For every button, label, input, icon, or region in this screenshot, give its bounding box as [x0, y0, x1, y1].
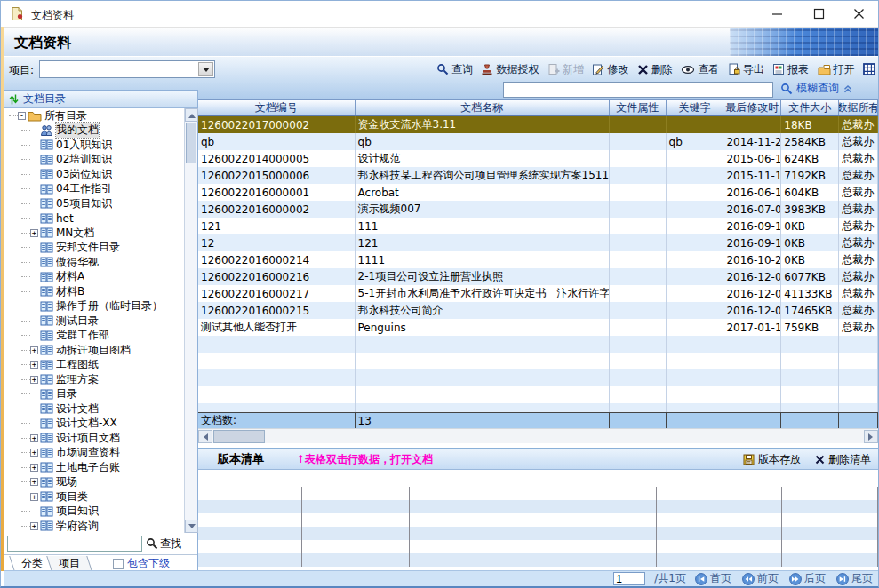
tree-expander[interactable]: +: [30, 449, 38, 457]
tree-item[interactable]: 04工作指引: [4, 182, 184, 197]
tab-project[interactable]: 项目: [46, 556, 92, 571]
doc-table-header-cell[interactable]: 文件大小: [781, 100, 839, 115]
tree-expander[interactable]: +: [30, 493, 38, 501]
tree-item[interactable]: 我的文档: [4, 123, 184, 139]
tree-item[interactable]: 设计文档: [4, 401, 184, 417]
tree-item[interactable]: +土地电子台账: [4, 460, 184, 475]
tree-item[interactable]: +监理方案: [4, 372, 184, 387]
tree-item[interactable]: -所有目录: [4, 108, 184, 123]
tree-item[interactable]: 党群工作部: [4, 329, 184, 344]
version-clear-button[interactable]: 删除清单: [815, 452, 871, 467]
toolbar-button-open[interactable]: 打开: [818, 62, 855, 77]
tree-item[interactable]: 项目知识: [4, 505, 184, 520]
doc-table-header-cell[interactable]: 关键字: [667, 100, 724, 115]
tree-find-button[interactable]: 查找: [146, 536, 181, 552]
checkbox-icon[interactable]: [113, 559, 124, 569]
tree-expander[interactable]: -: [18, 112, 26, 120]
tree-item[interactable]: +MN文档: [4, 226, 184, 241]
doc-table-header-cell[interactable]: 数据所有: [839, 100, 878, 115]
tree-item[interactable]: 测试目录: [4, 314, 184, 329]
doc-table-row[interactable]: 121212016-09-190KB总裁办: [198, 234, 878, 251]
tree-item[interactable]: 01入职知识: [4, 138, 184, 153]
tree-item[interactable]: +工程图纸: [4, 358, 184, 373]
tree-expander[interactable]: +: [30, 361, 38, 369]
doc-table-row[interactable]: 1260022015000006邦永科技某工程咨询公司项目管理系统实现方案151…: [198, 167, 878, 184]
tree-item[interactable]: +动拆迁项目图档: [4, 343, 184, 358]
doc-table-row[interactable]: qbqbqb2014-11-262584KB总裁办: [198, 133, 878, 150]
maximize-button[interactable]: [803, 1, 834, 27]
tree-scrollbar[interactable]: [184, 108, 197, 533]
tree-item[interactable]: het: [4, 211, 184, 226]
toolbar-button-view[interactable]: 查看: [681, 62, 719, 77]
tree-item[interactable]: +设计项目文档: [4, 431, 184, 446]
tree-item[interactable]: 02培训知识: [4, 153, 184, 168]
nav-last-button[interactable]: 尾页: [836, 571, 873, 586]
tree-expander[interactable]: +: [30, 464, 38, 472]
tree-expander[interactable]: +: [30, 434, 38, 442]
scroll-thumb[interactable]: [186, 123, 196, 163]
h-scrollbar[interactable]: [198, 428, 878, 443]
doc-table-header-cell[interactable]: 最后修改时: [723, 100, 781, 115]
tree-item[interactable]: 设计文档-XX: [4, 417, 184, 432]
tree-expander[interactable]: +: [30, 229, 38, 237]
doc-table-row[interactable]: 12600220160002162-1项目公司设立注册营业执照2016-12-0…: [198, 268, 878, 285]
tree-item[interactable]: +现场: [4, 475, 184, 490]
toolbar-button-delete[interactable]: 删除: [637, 62, 673, 77]
tree-item[interactable]: 03岗位知识: [4, 167, 184, 182]
project-select[interactable]: [39, 60, 215, 78]
tree-item[interactable]: 材料B: [4, 284, 184, 299]
nav-prev-button[interactable]: 前页: [742, 571, 779, 586]
doc-table-row[interactable]: 测试其他人能否打开Penguins2017-01-10759KB总裁办: [198, 319, 878, 336]
tree-item[interactable]: 安邦文件目录: [4, 241, 184, 256]
h-scroll-thumb[interactable]: [213, 430, 265, 443]
tree-item[interactable]: 材料A: [4, 270, 184, 285]
doc-table-row[interactable]: 126002201600021411112016-10-280KB总裁办: [198, 251, 878, 268]
doc-table-row[interactable]: 1260022014000005设计规范2015-06-15624KB总裁办: [198, 150, 878, 167]
tree-item[interactable]: +市场调查资料: [4, 446, 184, 461]
toolbar-button-edit[interactable]: 修改: [592, 62, 628, 77]
tree-expander[interactable]: +: [30, 346, 38, 354]
tree-expander[interactable]: +: [30, 522, 38, 530]
toolbar-button-grid[interactable]: [863, 63, 875, 75]
doc-table-row[interactable]: 1260022016000001Acrobat2016-06-13604KB总裁…: [198, 184, 878, 201]
chevron-down-icon[interactable]: [198, 62, 213, 76]
close-button[interactable]: [843, 1, 874, 27]
doc-table-row[interactable]: 1211112016-09-190KB总裁办: [198, 218, 878, 234]
doc-table-row[interactable]: 1260022016000002演示视频0072016-07-073983KB总…: [198, 201, 878, 218]
tree-item[interactable]: 傲得华视: [4, 255, 184, 270]
tree-item[interactable]: +项目类: [4, 489, 184, 505]
doc-table-row[interactable]: 12600220160002175-1开封市水利局准予水行政许可决定书 汴水行许…: [198, 285, 878, 302]
tree-item[interactable]: 05项目知识: [4, 196, 184, 211]
doc-table-header-cell[interactable]: 文档编号: [198, 100, 356, 115]
tree-item[interactable]: 操作手册（临时目录）: [4, 299, 184, 314]
tree-item[interactable]: 目录一: [4, 387, 184, 402]
toolbar-button-export[interactable]: 导出: [728, 62, 764, 77]
toolbar-search-input[interactable]: [503, 82, 773, 98]
minimize-button[interactable]: [762, 1, 792, 27]
nav-next-button[interactable]: 后页: [789, 571, 826, 586]
refresh-icon[interactable]: [9, 93, 19, 106]
scroll-up-arrow[interactable]: [185, 108, 198, 122]
nav-first-button[interactable]: 首页: [695, 571, 731, 586]
doc-table-cell: [667, 167, 724, 184]
scroll-down-arrow[interactable]: [185, 520, 198, 533]
doc-table-row[interactable]: 1260022016000215邦永科技公司简介2016-12-0117465K…: [198, 302, 878, 319]
page-input[interactable]: [613, 572, 645, 585]
fuzzy-search-button[interactable]: 模糊查询: [780, 81, 853, 96]
toolbar-button-add[interactable]: 新增: [547, 62, 584, 77]
tree-expander[interactable]: +: [30, 376, 38, 384]
toolbar-button-report[interactable]: 报表: [772, 62, 809, 77]
tree-item[interactable]: +学府咨询: [4, 519, 184, 533]
tree-expander[interactable]: +: [30, 478, 38, 486]
book-icon: [40, 520, 53, 531]
doc-table-header-cell[interactable]: 文件属性: [610, 100, 667, 115]
scroll-right-arrow[interactable]: [864, 430, 878, 443]
doc-table-row[interactable]: 1260022017000002资金收支流水单3.1118KB总裁办: [198, 116, 878, 133]
toolbar-button-query[interactable]: 查询: [436, 62, 473, 77]
tree-search-input[interactable]: [7, 536, 142, 552]
doc-table-header-cell[interactable]: 文档名称: [356, 100, 610, 115]
toolbar-button-authorize[interactable]: 数据授权: [481, 62, 539, 77]
scroll-left-arrow[interactable]: [198, 430, 212, 443]
include-sub-checkbox[interactable]: 包含下级: [113, 556, 170, 571]
version-store-button[interactable]: 版本存放: [743, 452, 801, 467]
